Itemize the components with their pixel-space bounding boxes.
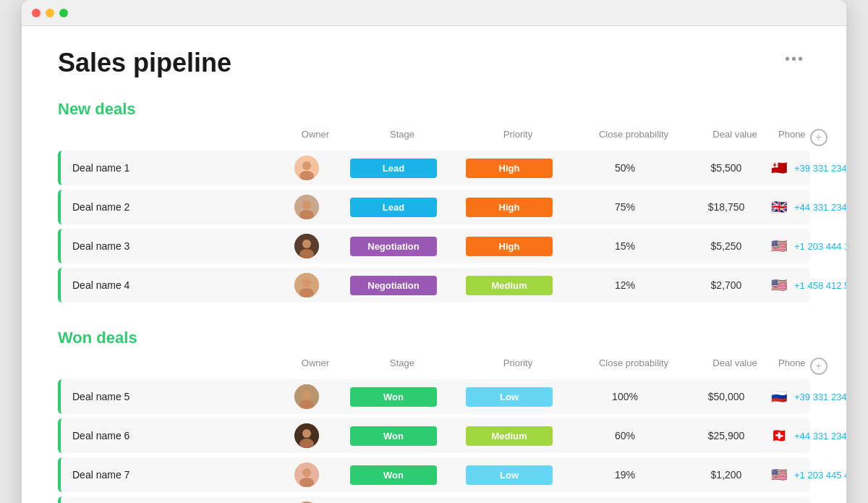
stage-badge: Won bbox=[350, 387, 437, 407]
deal-owner bbox=[278, 195, 336, 219]
deal-stage: Negotiation bbox=[336, 276, 451, 295]
table-row: Deal name 3 NegotiationHigh15%$5,250🇺🇸+1… bbox=[58, 229, 810, 263]
close-probability: 50% bbox=[567, 162, 683, 174]
country-flag: 🇨🇭 bbox=[770, 429, 788, 442]
column-header-2: Stage bbox=[344, 358, 460, 375]
country-flag: 🇺🇸 bbox=[770, 468, 788, 481]
avatar bbox=[294, 156, 319, 180]
app-window: Sales pipeline ••• New dealsOwnerStagePr… bbox=[22, 0, 846, 503]
priority-badge: Low bbox=[466, 387, 553, 407]
phone-number[interactable]: +39 331 234 8478 bbox=[794, 392, 846, 402]
main-content: Sales pipeline ••• New dealsOwnerStagePr… bbox=[22, 26, 846, 503]
deal-priority: High bbox=[451, 158, 567, 178]
minimize-button[interactable] bbox=[46, 9, 54, 17]
stage-badge: Lead bbox=[350, 198, 437, 217]
svg-point-1 bbox=[302, 161, 311, 170]
table-header-row: OwnerStagePriorityClose probabilityDeal … bbox=[58, 129, 810, 151]
table-row: Deal name 5 WonLow100%$50,000🇷🇺+39 331 2… bbox=[58, 379, 810, 414]
country-flag: 🇺🇸 bbox=[770, 240, 788, 253]
phone-number[interactable]: +39 331 234 4456 bbox=[794, 163, 846, 174]
column-header-6: Phone bbox=[778, 129, 806, 146]
deal-value: $5,500 bbox=[683, 162, 770, 174]
stage-badge: Negotiation bbox=[350, 276, 437, 295]
column-header-4: Close probability bbox=[576, 358, 692, 375]
phone-number[interactable]: +1 458 412 5555 bbox=[794, 280, 846, 291]
deal-phone: 🇹🇴+39 331 234 4456 bbox=[770, 161, 846, 174]
deal-name: Deal name 2 bbox=[61, 201, 278, 213]
column-header-7: + bbox=[806, 358, 832, 375]
column-header-4: Close probability bbox=[576, 129, 692, 146]
deal-stage: Lead bbox=[336, 158, 451, 178]
section-title-won-deals: Won deals bbox=[58, 329, 810, 347]
deal-owner bbox=[278, 234, 336, 258]
deal-phone: 🇬🇧+44 331 234 4456 bbox=[770, 200, 846, 214]
avatar bbox=[294, 234, 319, 258]
column-header-3: Priority bbox=[460, 358, 576, 375]
avatar bbox=[294, 462, 319, 487]
deal-value: $18,750 bbox=[683, 201, 770, 213]
priority-badge: High bbox=[466, 237, 553, 256]
add-deal-header-button[interactable]: + bbox=[810, 129, 827, 146]
table-row: Deal name 2 LeadHigh75%$18,750🇬🇧+44 331 … bbox=[58, 190, 810, 224]
column-header-5: Deal value bbox=[692, 358, 778, 375]
svg-point-4 bbox=[302, 200, 311, 209]
deal-stage: Negotiation bbox=[336, 237, 451, 256]
maximize-button[interactable] bbox=[59, 9, 68, 17]
close-probability: 12% bbox=[567, 279, 683, 291]
column-header-0 bbox=[69, 358, 286, 375]
phone-number[interactable]: +1 203 445 4587 bbox=[794, 470, 846, 481]
deal-priority: High bbox=[451, 237, 567, 256]
deal-priority: Medium bbox=[451, 276, 567, 295]
column-header-0 bbox=[69, 129, 286, 146]
country-flag: 🇷🇺 bbox=[770, 390, 788, 403]
table-row: Deal name 1 LeadHigh50%$5,500🇹🇴+39 331 2… bbox=[58, 151, 810, 185]
phone-number[interactable]: +1 203 444 1234 bbox=[794, 241, 846, 252]
column-header-1: Owner bbox=[286, 358, 344, 375]
deal-name: Deal name 6 bbox=[61, 430, 278, 441]
deal-priority: High bbox=[451, 198, 567, 217]
deal-owner bbox=[278, 273, 336, 297]
table-new-deals: OwnerStagePriorityClose probabilityDeal … bbox=[58, 129, 810, 303]
deal-phone: 🇨🇭+44 331 234 4456 bbox=[770, 429, 846, 442]
column-header-6: Phone bbox=[778, 358, 806, 375]
more-options-button[interactable]: ••• bbox=[779, 48, 810, 70]
avatar bbox=[294, 423, 319, 448]
section-title-new-deals: New deals bbox=[58, 100, 810, 119]
avatar bbox=[294, 384, 319, 409]
deal-stage: Won bbox=[336, 387, 451, 407]
deal-stage: Lead bbox=[336, 198, 451, 217]
column-header-5: Deal value bbox=[692, 129, 778, 146]
stage-badge: Won bbox=[350, 465, 437, 485]
avatar bbox=[294, 273, 319, 297]
deal-phone: 🇺🇸+1 458 412 5555 bbox=[770, 279, 846, 292]
deal-priority: Low bbox=[451, 465, 567, 485]
table-row: Deal name 7 WonLow19%$1,200🇺🇸+1 203 445 … bbox=[58, 457, 810, 492]
priority-badge: High bbox=[466, 198, 553, 217]
deal-phone: 🇷🇺+39 331 234 8478 bbox=[770, 390, 846, 403]
stage-badge: Won bbox=[350, 426, 437, 446]
stage-badge: Lead bbox=[350, 158, 437, 178]
deal-value: $25,900 bbox=[683, 430, 770, 441]
deal-value: $1,200 bbox=[683, 469, 770, 481]
sections-container: New dealsOwnerStagePriorityClose probabi… bbox=[58, 100, 810, 503]
table-won-deals: OwnerStagePriorityClose probabilityDeal … bbox=[58, 358, 810, 503]
column-header-2: Stage bbox=[344, 129, 460, 146]
deal-name: Deal name 3 bbox=[61, 240, 278, 252]
close-probability: 60% bbox=[567, 430, 683, 441]
column-header-1: Owner bbox=[286, 129, 344, 146]
avatar bbox=[294, 195, 319, 219]
svg-point-13 bbox=[302, 390, 311, 399]
deal-value: $2,700 bbox=[683, 279, 770, 291]
add-deal-header-button[interactable]: + bbox=[810, 358, 827, 375]
phone-number[interactable]: +44 331 234 4456 bbox=[794, 431, 846, 441]
close-button[interactable] bbox=[32, 9, 41, 17]
svg-point-10 bbox=[302, 279, 311, 287]
deal-priority: Medium bbox=[451, 426, 567, 446]
deal-name: Deal name 4 bbox=[61, 279, 278, 291]
svg-point-16 bbox=[302, 429, 311, 438]
deal-name: Deal name 5 bbox=[61, 391, 278, 402]
close-probability: 75% bbox=[567, 201, 683, 213]
deal-owner bbox=[278, 423, 336, 448]
deal-owner bbox=[278, 462, 336, 487]
phone-number[interactable]: +44 331 234 4456 bbox=[794, 202, 846, 213]
